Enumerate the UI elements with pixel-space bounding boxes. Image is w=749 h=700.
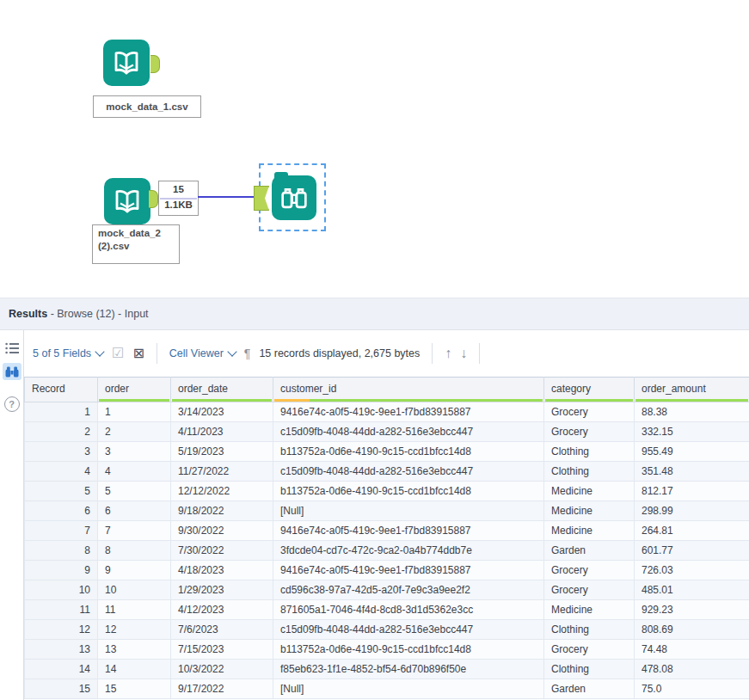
tool-label-1[interactable]: mock_data_1.csv [93, 95, 201, 118]
data-cell[interactable]: 11 [98, 600, 171, 620]
data-cell[interactable]: 8 [98, 541, 171, 561]
data-cell[interactable]: f85eb623-1f1e-4852-bf54-6d70b896f50e [273, 660, 544, 679]
record-number-cell[interactable]: 11 [25, 600, 98, 620]
table-row[interactable]: 779/30/20229416e74c-a0f5-419c-9ee1-f7bd8… [25, 521, 749, 541]
help-icon[interactable]: ? [4, 396, 20, 412]
column-header-order_amount[interactable]: order_amount [635, 378, 749, 402]
record-number-cell[interactable]: 14 [25, 660, 98, 679]
column-header-category[interactable]: category [544, 378, 635, 402]
data-cell[interactable]: 332.15 [635, 422, 749, 442]
data-cell[interactable]: 12/12/2022 [171, 482, 273, 501]
scroll-down-button[interactable]: ↓ [460, 347, 467, 360]
data-cell[interactable]: 812.17 [635, 482, 749, 501]
output-anchor[interactable] [150, 55, 160, 73]
table-row[interactable]: 224/11/2023c15d09fb-4048-44dd-a282-516e3… [25, 422, 749, 442]
record-number-cell[interactable]: 10 [25, 580, 98, 600]
column-header-record[interactable]: Record [25, 378, 98, 402]
input-data-tool-2[interactable] [104, 178, 150, 224]
data-cell[interactable]: 7/6/2023 [171, 620, 273, 640]
data-cell[interactable]: 9/30/2022 [171, 521, 273, 541]
data-cell[interactable]: 298.99 [635, 501, 749, 521]
data-cell[interactable]: 726.03 [635, 561, 749, 580]
data-cell[interactable]: 9/17/2022 [171, 679, 273, 699]
data-cell[interactable]: 12 [98, 620, 171, 640]
data-cell[interactable]: b113752a-0d6e-4190-9c15-ccd1bfcc14d8 [273, 442, 544, 462]
table-row[interactable]: 4411/27/2022c15d09fb-4048-44dd-a282-516e… [25, 462, 749, 482]
table-row[interactable]: 10101/29/2023cd596c38-97a7-42d5-a20f-7e9… [25, 580, 749, 600]
data-cell[interactable]: 4/11/2023 [171, 422, 273, 442]
data-cell[interactable]: [Null] [273, 501, 544, 521]
input-data-tool-1[interactable] [103, 40, 150, 86]
data-cell[interactable]: 9416e74c-a0f5-419c-9ee1-f7bd83915887 [273, 402, 544, 422]
data-cell[interactable]: 5/19/2023 [171, 442, 273, 462]
table-row[interactable]: 13137/15/2023b113752a-0d6e-4190-9c15-ccd… [25, 640, 749, 660]
data-cell[interactable]: 75.0 [635, 679, 749, 699]
data-cell[interactable]: Garden [544, 679, 635, 699]
browse-view-button[interactable] [3, 363, 21, 380]
data-cell[interactable]: 3/14/2023 [171, 402, 273, 422]
data-cell[interactable]: 10 [98, 580, 171, 600]
data-cell[interactable]: b113752a-0d6e-4190-9c15-ccd1bfcc14d8 [273, 640, 544, 660]
data-cell[interactable]: 7/30/2022 [171, 541, 273, 561]
connection-annotation[interactable]: 15 1.1KB [158, 181, 199, 216]
record-number-cell[interactable]: 9 [25, 561, 98, 580]
record-number-cell[interactable]: 13 [25, 640, 98, 660]
browse-tool[interactable] [272, 175, 316, 220]
data-cell[interactable]: Grocery [544, 580, 635, 600]
table-row[interactable]: 11114/12/2023871605a1-7046-4f4d-8cd8-3d1… [25, 600, 749, 620]
data-cell[interactable]: 1/29/2023 [171, 580, 273, 600]
record-number-cell[interactable]: 15 [25, 679, 98, 699]
column-header-order[interactable]: order [98, 378, 171, 402]
table-row[interactable]: 994/18/20239416e74c-a0f5-419c-9ee1-f7bd8… [25, 561, 749, 580]
fields-dropdown[interactable]: 5 of 5 Fields [33, 347, 103, 359]
data-cell[interactable]: Grocery [544, 640, 635, 660]
data-cell[interactable]: 808.69 [635, 620, 749, 640]
data-cell[interactable]: 5 [98, 482, 171, 501]
record-number-cell[interactable]: 1 [25, 402, 98, 422]
select-all-fields-button[interactable]: ☑ [112, 347, 124, 360]
table-row[interactable]: 335/19/2023b113752a-0d6e-4190-9c15-ccd1b… [25, 442, 749, 462]
data-cell[interactable]: 4/18/2023 [171, 561, 273, 580]
workflow-canvas[interactable]: mock_data_1.csv 15 1.1KB [0, 0, 749, 298]
data-cell[interactable]: 4/12/2023 [171, 600, 273, 620]
data-cell[interactable]: b113752a-0d6e-4190-9c15-ccd1bfcc14d8 [273, 482, 544, 501]
data-cell[interactable]: c15d09fb-4048-44dd-a282-516e3ebcc447 [273, 620, 544, 640]
data-cell[interactable]: 929.23 [635, 600, 749, 620]
data-cell[interactable]: 871605a1-7046-4f4d-8cd8-3d1d5362e3cc [273, 600, 544, 620]
data-cell[interactable]: 955.49 [635, 442, 749, 462]
record-number-cell[interactable]: 2 [25, 422, 98, 442]
table-row[interactable]: 113/14/20239416e74c-a0f5-419c-9ee1-f7bd8… [25, 402, 749, 422]
data-cell[interactable]: 9/18/2022 [171, 501, 273, 521]
data-cell[interactable]: Medicine [544, 482, 635, 501]
record-number-cell[interactable]: 6 [25, 501, 98, 521]
data-cell[interactable]: 9416e74c-a0f5-419c-9ee1-f7bd83915887 [273, 521, 544, 541]
data-cell[interactable]: Clothing [544, 442, 635, 462]
data-cell[interactable]: 3fdcde04-cd7c-472c-9ca2-0a4b774ddb7e [273, 541, 544, 561]
data-cell[interactable]: Medicine [544, 501, 635, 521]
data-cell[interactable]: 11/27/2022 [171, 462, 273, 482]
table-row[interactable]: 669/18/2022[Null]Medicine298.99 [25, 501, 749, 521]
data-cell[interactable]: 6 [98, 501, 171, 521]
data-cell[interactable]: 13 [98, 640, 171, 660]
data-cell[interactable]: Medicine [544, 600, 635, 620]
data-cell[interactable]: Garden [544, 541, 635, 561]
data-cell[interactable]: 14 [98, 660, 171, 679]
record-number-cell[interactable]: 12 [25, 620, 98, 640]
data-cell[interactable]: 2 [98, 422, 171, 442]
whitespace-toggle-button[interactable]: ¶ [244, 347, 251, 360]
record-number-cell[interactable]: 5 [25, 482, 98, 501]
data-cell[interactable]: 9416e74c-a0f5-419c-9ee1-f7bd83915887 [273, 561, 544, 580]
table-row[interactable]: 12127/6/2023c15d09fb-4048-44dd-a282-516e… [25, 620, 749, 640]
data-cell[interactable]: c15d09fb-4048-44dd-a282-516e3ebcc447 [273, 462, 544, 482]
column-header-order_date[interactable]: order_date [171, 378, 273, 402]
data-cell[interactable]: 4 [98, 462, 171, 482]
data-cell[interactable]: 485.01 [635, 580, 749, 600]
data-cell[interactable]: 478.08 [635, 660, 749, 679]
scroll-up-button[interactable]: ↑ [445, 347, 451, 360]
data-cell[interactable]: Medicine [544, 521, 635, 541]
cell-viewer-dropdown[interactable]: Cell Viewer [169, 347, 236, 359]
table-row[interactable]: 887/30/20223fdcde04-cd7c-472c-9ca2-0a4b7… [25, 541, 749, 561]
data-cell[interactable]: 15 [98, 679, 171, 699]
record-number-cell[interactable]: 7 [25, 521, 98, 541]
connection-line[interactable] [198, 196, 256, 198]
